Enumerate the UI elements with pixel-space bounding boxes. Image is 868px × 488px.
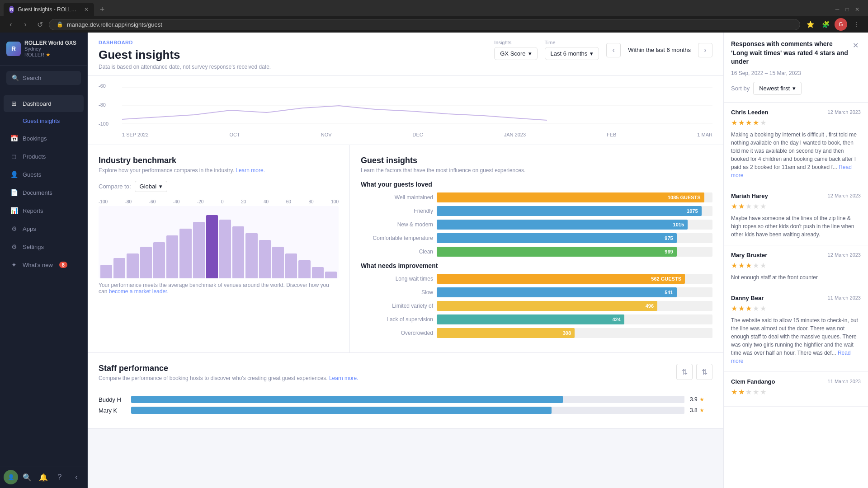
bar-label: Lack of supervision [361, 316, 433, 323]
search-box[interactable]: 🔍 Search [6, 71, 81, 85]
benchmark-bar [127, 253, 138, 278]
bar-label: Long wait times [361, 276, 433, 282]
improve-bars: Long wait times 562 GUESTS Slow 541 Limi… [361, 274, 712, 338]
staff-filter-button[interactable]: ⇅ [696, 364, 712, 380]
prev-period-button[interactable]: ‹ [606, 43, 621, 57]
minimize-button[interactable]: ─ [834, 6, 841, 13]
products-icon: ◻ [10, 152, 18, 160]
next-period-button[interactable]: › [698, 43, 712, 57]
filled-star: ★ [731, 202, 737, 211]
read-more-link[interactable]: Read more [731, 350, 851, 364]
footer-notifications-button[interactable]: 🔔 [36, 470, 51, 484]
active-tab[interactable]: R Guest insights - ROLLER World C... ✕ [4, 3, 94, 16]
address-bar[interactable]: 🔒 manage.dev.roller.app/insights/guest [49, 19, 800, 30]
footer-avatar[interactable]: 👤 [4, 470, 18, 484]
read-more-link[interactable]: Read more [731, 164, 852, 178]
brand-star: ★ [46, 52, 51, 58]
two-col-section: Industry benchmark Explore how your perf… [88, 145, 723, 353]
staff-header: Staff performance Compare the performanc… [99, 364, 712, 389]
empty-star: ★ [760, 261, 766, 270]
chart-x-jan: JAN 2023 [504, 132, 526, 137]
sidebar-item-guest-insights[interactable]: Guest insights [4, 113, 84, 129]
close-window-button[interactable]: ✕ [854, 6, 861, 13]
footer-help-button[interactable]: ? [52, 470, 67, 484]
insights-control: Insights GX Score ▾ [494, 40, 537, 60]
benchmark-learn-more[interactable]: Learn more. [236, 167, 265, 174]
bookmark-icon[interactable]: ⭐ [804, 18, 816, 31]
benchmark-note: Your performance meets the average bench… [99, 282, 339, 295]
sort-select[interactable]: Newest first ▾ [753, 82, 802, 95]
insights-select[interactable]: GX Score ▾ [494, 47, 537, 60]
compare-select[interactable]: Global ▾ [135, 181, 168, 192]
review-text: Not enough staff at the front counter [731, 273, 861, 282]
filled-star: ★ [738, 388, 745, 396]
staff-learn-more[interactable]: Learn more. [329, 375, 359, 381]
staff-row: Buddy H 3.9 ★ [99, 396, 712, 403]
benchmark-bar [298, 260, 310, 278]
back-button[interactable]: ‹ [5, 19, 16, 30]
sidebar-item-dashboard[interactable]: ⊞ Dashboard [4, 95, 84, 112]
bar-value: 1085 GUESTS [668, 195, 701, 200]
forward-button[interactable]: › [20, 19, 31, 30]
sidebar-item-settings[interactable]: ⚙ Settings [4, 238, 84, 255]
app: R ROLLER World GXS Sydney ROLLER ★ 🔍 Sea… [0, 33, 868, 488]
sidebar-collapse-button[interactable]: ‹ [69, 470, 84, 484]
sidebar-item-products[interactable]: ◻ Products [4, 148, 84, 165]
sidebar-item-reports-label: Reports [23, 207, 43, 214]
footer-search-button[interactable]: 🔍 [20, 470, 34, 484]
content-scroll[interactable]: -60 -80 -100 1 SE [88, 76, 723, 488]
benchmark-bar [153, 242, 165, 278]
sidebar-item-guests[interactable]: 👤 Guests [4, 166, 84, 183]
chart-x-feb: FEB [607, 132, 616, 137]
panel-reviews[interactable]: Chris Leeden 12 March 2023 ★★★★★ Making … [724, 103, 868, 488]
sidebar-item-bookings[interactable]: 📅 Bookings [4, 130, 84, 147]
insights-label: Insights [494, 40, 537, 45]
loved-bars: Well maintained 1085 GUESTS Friendly 107… [361, 192, 712, 257]
bar-value: 969 [665, 249, 673, 254]
compare-value: Global [140, 183, 157, 190]
refresh-button[interactable]: ↺ [34, 19, 45, 30]
sidebar-item-reports[interactable]: 📊 Reports [4, 202, 84, 219]
bar-value: 975 [665, 235, 673, 241]
insights-value: GX Score [500, 50, 525, 57]
chart-y-label-100: -100 [99, 121, 115, 127]
brand-logo: R [6, 42, 21, 56]
sidebar-item-whats-new[interactable]: ✦ What's new 8 [4, 256, 84, 273]
sidebar-nav: ⊞ Dashboard Guest insights 📅 Bookings ◻ … [0, 90, 87, 466]
review-date: 12 March 2023 [828, 193, 861, 198]
bar-track: 1015 [437, 220, 712, 230]
tab-close-button[interactable]: ✕ [84, 6, 89, 13]
sidebar-item-documents-label: Documents [23, 189, 52, 196]
chart-y-axis: -60 -80 -100 [99, 83, 115, 137]
guest-insights-section: Guest insights Learn the factors that ha… [350, 145, 723, 352]
reviewer-name: Chris Leeden [731, 109, 768, 116]
menu-icon[interactable]: ⋮ [850, 18, 863, 31]
profile-icon[interactable]: G [835, 18, 847, 31]
review-date: 12 March 2023 [828, 252, 861, 258]
review-header: Danny Bear 11 March 2023 [731, 295, 861, 301]
guest-insights-title: Guest insights [361, 156, 712, 165]
panel-header: Responses with comments where 'Long wait… [724, 33, 868, 103]
staff-bar-track [131, 396, 684, 403]
filled-star: ★ [731, 118, 737, 127]
sort-label: Sort by [731, 85, 750, 92]
filled-star: ★ [731, 261, 737, 270]
page-title: Guest insights [99, 48, 271, 62]
breadcrumb: DASHBOARD [99, 40, 271, 45]
loved-bar-row: Friendly 1075 [361, 206, 712, 216]
maximize-button[interactable]: □ [844, 6, 851, 13]
extensions-icon[interactable]: 🧩 [819, 18, 832, 31]
benchmark-bar [193, 222, 205, 278]
new-tab-button[interactable]: + [96, 3, 108, 16]
panel-close-button[interactable]: ✕ [850, 40, 861, 51]
browser-nav-icons: ⭐ 🧩 G ⋮ [804, 18, 863, 31]
sidebar-item-documents[interactable]: 📄 Documents [4, 184, 84, 201]
panel-date: 16 Sep, 2022 – 15 Mar, 2023 [731, 70, 861, 76]
bench-market-leader-link[interactable]: become a market leader. [109, 288, 169, 295]
sidebar-item-apps[interactable]: ⚙ Apps [4, 220, 84, 237]
time-select[interactable]: Last 6 months ▾ [545, 47, 599, 60]
benchmark-desc: Explore how your performance compares in… [99, 167, 339, 174]
review-stars: ★★★★★ [731, 304, 861, 313]
staff-sort-asc-button[interactable]: ⇅ [676, 364, 693, 380]
chart-section: -60 -80 -100 1 SE [88, 76, 723, 145]
